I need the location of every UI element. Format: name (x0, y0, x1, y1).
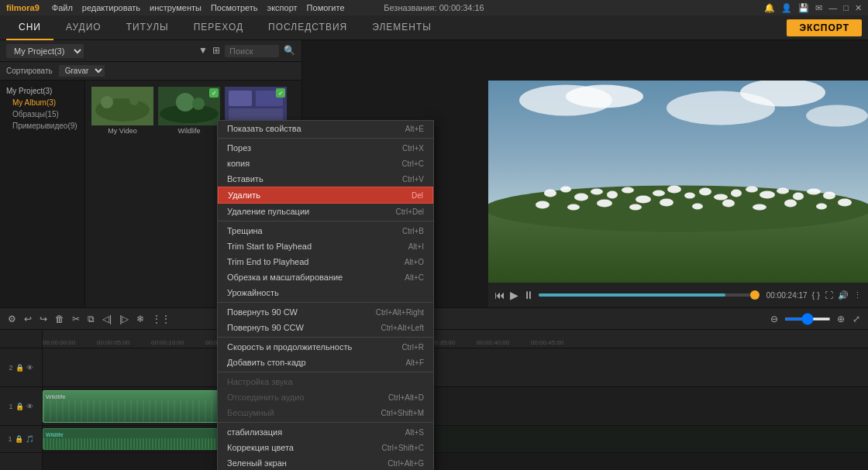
preview-extra-icon[interactable]: ⋮ (853, 290, 862, 300)
tab-clip[interactable]: СНИ (6, 15, 53, 40)
ctx-stabilize[interactable]: стабилизация Alt+S (218, 424, 433, 440)
ctx-trim-end[interactable]: Trim End to Playhead Alt+O (218, 254, 433, 269)
close-icon[interactable]: ✕ (855, 3, 862, 13)
tl-zoom-out-btn[interactable]: ⊖ (769, 314, 780, 324)
ruler-mark-9: 00:00:45:00 (531, 330, 563, 348)
track1-label: 1 (9, 403, 12, 410)
grid-icon[interactable]: ⊞ (212, 45, 220, 57)
tl-zoom-in-btn[interactable]: ⊕ (835, 314, 846, 324)
tl-split-left-btn[interactable]: ◁| (101, 314, 113, 324)
preview-rewind-btn[interactable]: ⏮ (494, 289, 505, 301)
ctx-crop-scale-shortcut: Alt+C (405, 273, 424, 282)
ctx-cut[interactable]: Порез Ctrl+X (218, 140, 433, 156)
tree-item-project[interactable]: My Project(3) (3, 85, 81, 97)
export-button[interactable]: ЭКСПОРТ (787, 19, 862, 36)
media-item-myvideo[interactable]: My Video (91, 87, 153, 137)
ctx-color-correction[interactable]: Коррекция цвета Ctrl+Shift+C (218, 440, 433, 455)
ctx-rotate-cw-label: Повернуть 90 CW (227, 307, 298, 317)
tab-titles[interactable]: ТИТУЛЫ (114, 15, 181, 40)
svg-point-41 (597, 200, 612, 208)
preview-play-btn[interactable]: ▶ (510, 289, 518, 301)
menu-edit[interactable]: редактировать (82, 3, 140, 12)
ctx-speed[interactable]: Скорость и продолжительность Ctrl+R (218, 339, 433, 355)
svg-point-44 (692, 204, 703, 210)
menu-export[interactable]: экспорт (267, 3, 298, 12)
tl-undo-btn[interactable]: ↩ (22, 314, 33, 324)
tl-redo-btn[interactable]: ↪ (38, 314, 49, 324)
sort-select[interactable]: Gravar (59, 65, 105, 77)
search-icon[interactable]: 🔍 (284, 45, 295, 57)
ctx-ripple-delete[interactable]: Удаление пульсации Ctrl+Del (218, 204, 433, 219)
ctx-split[interactable]: Трещина Ctrl+B (218, 223, 433, 238)
user-icon[interactable]: 👤 (781, 3, 792, 13)
save-icon[interactable]: 💾 (798, 3, 809, 13)
svg-point-3 (129, 96, 139, 105)
tab-transition[interactable]: ПЕРЕХОД (181, 15, 256, 40)
tree-item-samples[interactable]: Образцы(15) (3, 108, 81, 120)
ctx-crop[interactable]: Урожайность (218, 285, 433, 300)
tl-zoom-slider[interactable] (784, 317, 831, 321)
audio-mute-icon[interactable]: 🎵 (26, 435, 34, 443)
svg-point-31 (714, 194, 728, 201)
menu-help[interactable]: Помогите (307, 3, 345, 12)
preview-fullscreen-icon[interactable]: ⛶ (825, 290, 833, 300)
tree-item-album[interactable]: My Album(3) (3, 97, 81, 108)
tl-freeze-btn[interactable]: ❄ (135, 314, 146, 324)
ctx-cut-label: Порез (227, 143, 251, 153)
tl-more-btn[interactable]: ⋮⋮ (150, 314, 172, 324)
ctx-delete[interactable]: Удалить Del (218, 187, 433, 204)
tl-delete-btn[interactable]: 🗑 (53, 314, 66, 324)
maximize-icon[interactable]: □ (843, 3, 849, 12)
track2-eye-icon[interactable]: 👁 (26, 364, 33, 372)
filter-icon[interactable]: ▼ (198, 45, 208, 57)
svg-point-47 (784, 200, 797, 208)
preview-pause-btn[interactable]: ⏸ (523, 289, 534, 301)
tl-fit-btn[interactable]: ⤢ (851, 314, 862, 324)
ctx-trim-start-label: Trim Start to Playhead (227, 242, 312, 251)
ctx-color-correction-shortcut: Ctrl+Shift+C (382, 444, 424, 452)
audio-lock-icon[interactable]: 🔒 (15, 435, 23, 443)
svg-point-49 (838, 199, 852, 207)
project-select[interactable]: My Project(3) (6, 44, 84, 58)
search-input[interactable] (225, 45, 279, 57)
bottom-panel: ⚙ ↩ ↪ 🗑 ✂ ⧉ ◁| |▷ ❄ ⋮⋮ ⊖ ⊕ ⤢ 2 🔒 👁 1 (0, 307, 868, 470)
menu-view[interactable]: Посмотреть (211, 3, 258, 12)
mail-icon[interactable]: ✉ (815, 3, 822, 13)
track1-eye-icon[interactable]: 👁 (26, 403, 33, 410)
tl-split-right-btn[interactable]: |▷ (118, 314, 130, 324)
media-toolbar: My Project(3) ▼ ⊞ 🔍 (0, 40, 301, 62)
ctx-split-label: Трещина (227, 226, 263, 235)
ctx-rotate-cw[interactable]: Повернуть 90 CW Ctrl+Alt+Right (218, 304, 433, 320)
ctx-color-correction-label: Коррекция цвета (227, 443, 294, 452)
menu-tools[interactable]: инструменты (150, 3, 202, 12)
ctx-green-screen[interactable]: Зеленый экран Ctrl+Alt+G (218, 455, 433, 470)
media-item-wildlife[interactable]: ✓ Wildlife (158, 87, 220, 137)
track1-lock-icon[interactable]: 🔒 (16, 403, 24, 410)
ctx-paste[interactable]: Вставить Ctrl+V (218, 171, 433, 187)
track2-label: 2 (9, 364, 12, 372)
ctx-crop-scale[interactable]: Обрезка и масштабирование Alt+C (218, 269, 433, 285)
ctx-copy[interactable]: копия Ctrl+C (218, 156, 433, 171)
minimize-icon[interactable]: — (828, 3, 837, 12)
notification-icon[interactable]: 🔔 (764, 3, 775, 13)
preview-volume-icon[interactable]: 🔊 (838, 290, 849, 300)
tab-effects[interactable]: ПОСЛЕДСТВИЯ (256, 15, 360, 40)
tl-cut-btn[interactable]: ✂ (71, 314, 81, 324)
tab-elements[interactable]: ЭЛЕМЕНТЫ (360, 15, 444, 40)
svg-point-37 (807, 189, 821, 195)
ctx-rotate-ccw[interactable]: Повернуть 90 CCW Ctrl+Alt+Left (218, 320, 433, 335)
tl-copy-btn[interactable]: ⧉ (86, 314, 96, 324)
tab-audio[interactable]: АУДИО (53, 15, 114, 40)
tree-item-examples[interactable]: Примерывидео(9) (3, 120, 81, 132)
preview-progress-bar[interactable] (539, 293, 759, 297)
tl-settings-btn[interactable]: ⚙ (6, 314, 18, 324)
ctx-trim-start[interactable]: Trim Start to Playhead Alt+I (218, 238, 433, 254)
track2-lock-icon[interactable]: 🔒 (16, 364, 24, 372)
menu-file[interactable]: Файл (52, 3, 73, 12)
preview-settings-icon[interactable]: { } (812, 290, 820, 300)
ctx-show-properties[interactable]: Показать свойства Alt+E (218, 121, 433, 136)
ctx-freeze-frame[interactable]: Добавить стоп-кадр Alt+F (218, 355, 433, 370)
ctx-split-shortcut: Ctrl+B (402, 227, 424, 235)
window-title: Безназвания: 00:00:34:16 (384, 3, 484, 12)
ctx-audio-settings: Настройка звука (218, 374, 433, 389)
